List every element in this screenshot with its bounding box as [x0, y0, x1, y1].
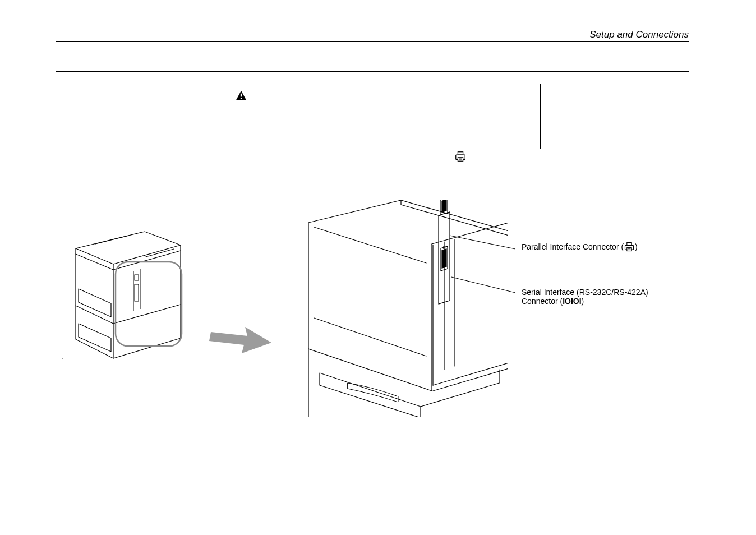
svg-rect-8	[135, 284, 139, 301]
callout-lines	[308, 200, 532, 424]
svg-rect-21	[627, 243, 631, 246]
svg-rect-7	[116, 262, 182, 346]
serial-label-suffix: )	[582, 297, 584, 306]
parallel-label-suffix: )	[635, 242, 638, 251]
connector-labels: Parallel Interface Connector ( ) Serial …	[522, 241, 679, 339]
overview-period: .	[62, 353, 64, 361]
caution-icon	[236, 90, 247, 100]
svg-rect-3	[458, 152, 463, 155]
svg-rect-22	[627, 248, 631, 251]
arrow-icon	[208, 322, 273, 356]
printer-icon	[624, 241, 635, 254]
page-header-title: Setup and Connections	[589, 29, 689, 40]
serial-label-line1: Serial Interface (RS-232C/RS-422A)	[522, 288, 679, 297]
warning-box	[228, 84, 541, 149]
svg-rect-1	[241, 98, 242, 99]
svg-rect-4	[458, 158, 463, 161]
printer-overview-figure	[62, 222, 193, 362]
svg-line-19	[451, 277, 515, 293]
svg-line-18	[450, 236, 515, 249]
parallel-connector-label: Parallel Interface Connector ( )	[522, 241, 679, 254]
serial-ioioi-bold: IOIOI	[563, 297, 581, 306]
section-divider	[56, 71, 689, 72]
parallel-label-prefix: Parallel Interface Connector (	[522, 242, 624, 251]
header-divider	[56, 41, 689, 42]
serial-connector-label: Serial Interface (RS-232C/RS-422A) Conne…	[522, 288, 679, 306]
printer-icon	[454, 150, 467, 163]
serial-label-prefix: Connector (	[522, 297, 563, 306]
svg-rect-9	[135, 275, 139, 280]
svg-rect-0	[241, 94, 242, 97]
